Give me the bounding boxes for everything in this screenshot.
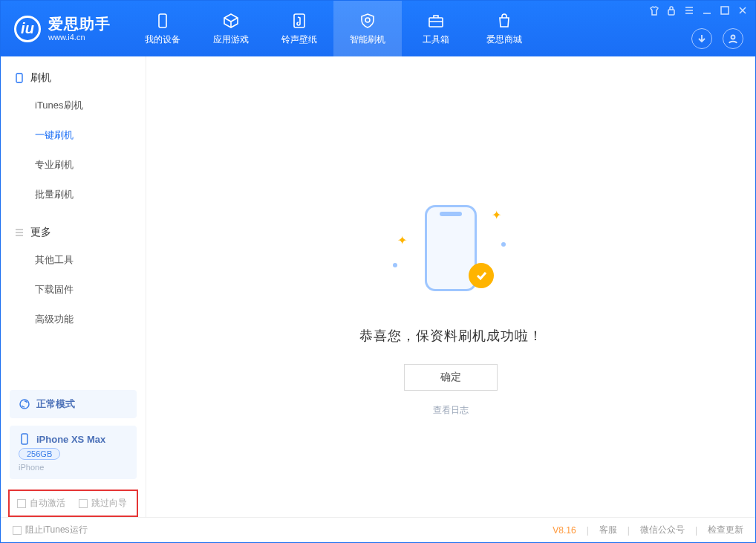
mode-label: 正常模式 (36, 397, 75, 411)
tab-label: 铃声壁纸 (281, 33, 317, 46)
download-button[interactable] (691, 28, 712, 49)
skip-guide-checkbox[interactable]: 跳过向导 (79, 497, 127, 510)
device-icon (153, 11, 172, 30)
maximize-icon[interactable] (720, 5, 730, 16)
footer-link-wechat[interactable]: 微信公众号 (640, 524, 685, 536)
sidebar-item[interactable]: 批量刷机 (1, 180, 146, 209)
svg-point-6 (731, 36, 735, 39)
svg-rect-5 (721, 7, 729, 14)
sidebar-group-more[interactable]: 更多 (1, 220, 146, 245)
top-actions (691, 28, 743, 49)
sidebar-item[interactable]: 高级功能 (1, 305, 146, 334)
tab-shield[interactable]: 智能刷机 (333, 1, 402, 56)
footer-link-support[interactable]: 客服 (599, 524, 617, 536)
check-icon (469, 263, 494, 288)
sidebar-item[interactable]: 专业刷机 (1, 150, 146, 180)
lock-icon[interactable] (666, 5, 677, 16)
tab-note[interactable]: 铃声壁纸 (265, 1, 333, 56)
note-icon (290, 11, 309, 30)
tab-label: 爱思商城 (486, 33, 522, 46)
phone-outline-icon (14, 73, 25, 83)
tab-label: 智能刷机 (350, 33, 385, 46)
refresh-icon (19, 398, 30, 410)
footer-link-update[interactable]: 检查更新 (708, 524, 743, 536)
footer: 阻止iTunes运行 V8.16 | 客服 | 微信公众号 | 检查更新 (1, 517, 755, 542)
tab-label: 我的设备 (145, 33, 180, 46)
svg-rect-3 (429, 18, 443, 27)
svg-rect-0 (159, 14, 166, 27)
success-text: 恭喜您，保资料刷机成功啦！ (359, 327, 543, 345)
device-card[interactable]: iPhone XS Max 256GB iPhone (10, 426, 137, 479)
minimize-icon[interactable] (702, 5, 712, 16)
view-log-link[interactable]: 查看日志 (433, 404, 469, 417)
auto-activate-checkbox[interactable]: 自动激活 (17, 497, 65, 510)
phone-icon (19, 433, 30, 445)
bag-icon (495, 11, 514, 30)
sidebar-item[interactable]: 一键刷机 (1, 120, 146, 150)
device-name: iPhone XS Max (36, 434, 105, 445)
top-tabs: 我的设备应用游戏铃声壁纸智能刷机工具箱爱思商城 (128, 1, 538, 56)
svg-rect-4 (668, 10, 674, 15)
app-window: iu 爱思助手 www.i4.cn 我的设备应用游戏铃声壁纸智能刷机工具箱爱思商… (0, 0, 756, 543)
sidebar-item[interactable]: 其他工具 (1, 245, 146, 275)
tab-device[interactable]: 我的设备 (128, 1, 197, 56)
mode-card[interactable]: 正常模式 (10, 390, 137, 418)
list-icon (14, 227, 25, 238)
block-itunes-checkbox[interactable]: 阻止iTunes运行 (13, 524, 88, 536)
cube-icon (221, 11, 241, 30)
sidebar: 刷机 iTunes刷机一键刷机专业刷机批量刷机 更多 其他工具下载固件高级功能 … (1, 56, 146, 517)
menu-icon[interactable] (684, 5, 694, 16)
shirt-icon[interactable] (648, 5, 659, 16)
close-icon[interactable] (737, 5, 748, 16)
device-capacity: 256GB (19, 448, 60, 460)
topbar: iu 爱思助手 www.i4.cn 我的设备应用游戏铃声壁纸智能刷机工具箱爱思商… (1, 1, 755, 56)
brand-name: 爱思助手 (48, 16, 111, 33)
device-type: iPhone (19, 463, 128, 472)
sidebar-group-flash[interactable]: 刷机 (1, 65, 146, 91)
tab-bag[interactable]: 爱思商城 (470, 1, 538, 56)
brand-url: www.i4.cn (48, 33, 111, 42)
svg-point-2 (365, 18, 370, 22)
tab-toolbox[interactable]: 工具箱 (402, 1, 470, 56)
svg-rect-9 (22, 434, 27, 444)
version-label: V8.16 (553, 525, 576, 536)
window-controls (648, 5, 748, 16)
ok-button[interactable]: 确定 (404, 364, 498, 391)
sidebar-item[interactable]: iTunes刷机 (1, 91, 146, 120)
highlighted-checkbox-row: 自动激活 跳过向导 (8, 490, 138, 517)
sidebar-item[interactable]: 下载固件 (1, 275, 146, 305)
shield-icon (358, 11, 377, 30)
svg-rect-7 (16, 74, 22, 82)
body: 刷机 iTunes刷机一键刷机专业刷机批量刷机 更多 其他工具下载固件高级功能 … (1, 56, 755, 517)
main-pane: ✦✦ 恭喜您，保资料刷机成功啦！ 确定 查看日志 (146, 56, 755, 517)
toolbox-icon (426, 11, 446, 30)
user-button[interactable] (723, 28, 743, 49)
tab-label: 工具箱 (423, 33, 449, 46)
logo-icon: iu (14, 16, 41, 42)
tab-label: 应用游戏 (213, 33, 249, 46)
success-illustration: ✦✦ (406, 205, 495, 294)
tab-cube[interactable]: 应用游戏 (197, 1, 265, 56)
logo[interactable]: iu 爱思助手 www.i4.cn (1, 1, 124, 56)
